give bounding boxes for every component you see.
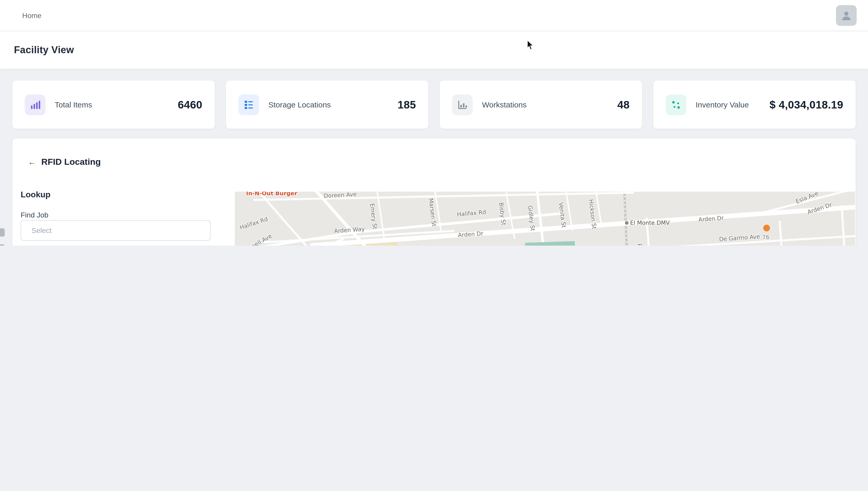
facility-map[interactable]: In-N-Out BurgerDoreen AveEsla AveHalifax…	[235, 192, 855, 246]
stat-label: Inventory Value	[695, 100, 749, 109]
stat-value: 48	[617, 98, 629, 111]
map-label: El Monte DMV	[630, 220, 670, 226]
facility-view-page: Home Facility View Total Items 6460	[0, 0, 868, 246]
panel-title-text: RFID Locating	[41, 157, 101, 167]
storage-icon	[239, 94, 259, 115]
stat-card-workstations: Workstations 48	[440, 81, 642, 128]
page-header: Facility View	[0, 31, 868, 69]
gas-76-icon	[763, 225, 770, 231]
top-bar: Home	[0, 0, 868, 31]
edge-icon	[0, 244, 5, 246]
map-label: In-N-Out Burger	[246, 192, 297, 197]
stat-value: 6460	[178, 98, 202, 111]
stat-card-inventory-value: Inventory Value $ 4,034,018.19	[653, 81, 856, 128]
stat-label: Total Items	[55, 100, 92, 109]
bar-chart-icon	[25, 94, 45, 115]
find-job-label: Find Job	[21, 211, 48, 219]
lookup-heading: Lookup	[21, 190, 51, 199]
dmv-poi-icon	[625, 221, 628, 225]
map-label: 76	[762, 234, 769, 241]
user-avatar[interactable]	[836, 5, 857, 26]
workstation-chart-icon	[452, 94, 473, 115]
page-title: Facility View	[14, 31, 74, 69]
stat-value: 185	[398, 98, 416, 111]
rfid-locating-panel: ← RFID Locating Lookup Find Job Or Find …	[12, 139, 856, 246]
person-icon	[840, 9, 852, 22]
back-arrow-icon[interactable]: ←	[28, 157, 36, 167]
edge-icon	[0, 228, 5, 237]
breadcrumb-home[interactable]: Home	[22, 0, 41, 31]
dots-icon	[666, 94, 686, 115]
stat-label: Storage Locations	[268, 100, 331, 109]
stat-value: $ 4,034,018.19	[769, 98, 843, 111]
find-job-select[interactable]	[21, 220, 211, 241]
stat-label: Workstations	[482, 100, 527, 109]
stat-cards-row: Total Items 6460 Storage Locations 185 W…	[12, 81, 856, 128]
facility-teal-building	[525, 241, 577, 246]
stat-card-storage-locations: Storage Locations 185	[226, 81, 428, 128]
stat-card-total-items: Total Items 6460	[12, 81, 215, 128]
panel-title: ← RFID Locating	[28, 157, 101, 167]
